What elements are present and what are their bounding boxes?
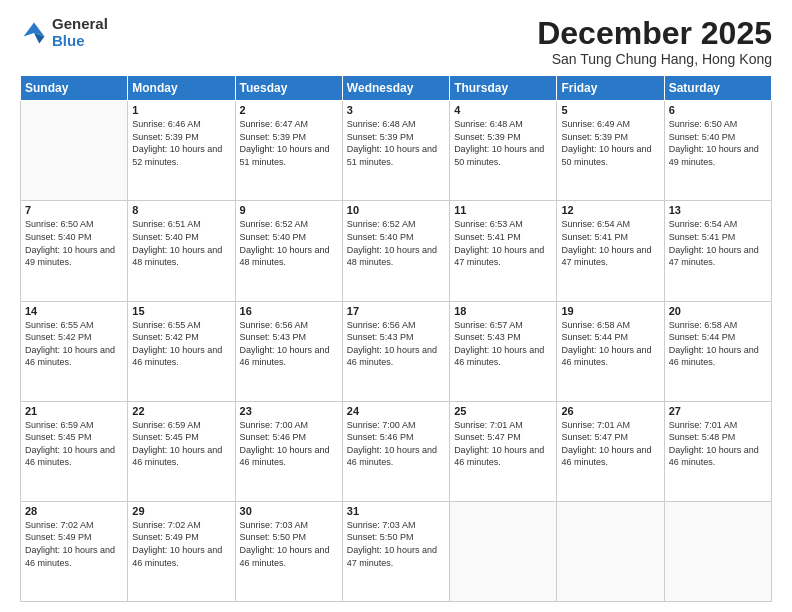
calendar-body: 1Sunrise: 6:46 AMSunset: 5:39 PMDaylight…	[21, 101, 772, 602]
day-number: 10	[347, 204, 445, 216]
calendar-cell: 15Sunrise: 6:55 AMSunset: 5:42 PMDayligh…	[128, 301, 235, 401]
day-number: 14	[25, 305, 123, 317]
calendar-cell: 3Sunrise: 6:48 AMSunset: 5:39 PMDaylight…	[342, 101, 449, 201]
calendar-cell: 13Sunrise: 6:54 AMSunset: 5:41 PMDayligh…	[664, 201, 771, 301]
day-number: 1	[132, 104, 230, 116]
day-number: 23	[240, 405, 338, 417]
cell-info: Sunrise: 6:57 AMSunset: 5:43 PMDaylight:…	[454, 319, 552, 369]
calendar-cell: 25Sunrise: 7:01 AMSunset: 5:47 PMDayligh…	[450, 401, 557, 501]
day-number: 15	[132, 305, 230, 317]
weekday-header-monday: Monday	[128, 76, 235, 101]
day-number: 2	[240, 104, 338, 116]
calendar-cell: 5Sunrise: 6:49 AMSunset: 5:39 PMDaylight…	[557, 101, 664, 201]
calendar-cell	[450, 501, 557, 601]
calendar-cell: 21Sunrise: 6:59 AMSunset: 5:45 PMDayligh…	[21, 401, 128, 501]
day-number: 30	[240, 505, 338, 517]
calendar-cell: 11Sunrise: 6:53 AMSunset: 5:41 PMDayligh…	[450, 201, 557, 301]
cell-info: Sunrise: 7:03 AMSunset: 5:50 PMDaylight:…	[240, 519, 338, 569]
calendar-cell: 23Sunrise: 7:00 AMSunset: 5:46 PMDayligh…	[235, 401, 342, 501]
title-block: December 2025 San Tung Chung Hang, Hong …	[537, 16, 772, 67]
day-number: 7	[25, 204, 123, 216]
cell-info: Sunrise: 6:55 AMSunset: 5:42 PMDaylight:…	[25, 319, 123, 369]
calendar-cell: 4Sunrise: 6:48 AMSunset: 5:39 PMDaylight…	[450, 101, 557, 201]
day-number: 25	[454, 405, 552, 417]
calendar-cell: 12Sunrise: 6:54 AMSunset: 5:41 PMDayligh…	[557, 201, 664, 301]
cell-info: Sunrise: 6:48 AMSunset: 5:39 PMDaylight:…	[454, 118, 552, 168]
calendar-cell: 26Sunrise: 7:01 AMSunset: 5:47 PMDayligh…	[557, 401, 664, 501]
cell-info: Sunrise: 6:54 AMSunset: 5:41 PMDaylight:…	[561, 218, 659, 268]
day-number: 27	[669, 405, 767, 417]
cell-info: Sunrise: 6:53 AMSunset: 5:41 PMDaylight:…	[454, 218, 552, 268]
cell-info: Sunrise: 7:02 AMSunset: 5:49 PMDaylight:…	[132, 519, 230, 569]
calendar-week-row: 21Sunrise: 6:59 AMSunset: 5:45 PMDayligh…	[21, 401, 772, 501]
calendar-cell: 29Sunrise: 7:02 AMSunset: 5:49 PMDayligh…	[128, 501, 235, 601]
day-number: 19	[561, 305, 659, 317]
day-number: 26	[561, 405, 659, 417]
calendar-week-row: 7Sunrise: 6:50 AMSunset: 5:40 PMDaylight…	[21, 201, 772, 301]
calendar-cell: 2Sunrise: 6:47 AMSunset: 5:39 PMDaylight…	[235, 101, 342, 201]
day-number: 11	[454, 204, 552, 216]
cell-info: Sunrise: 6:50 AMSunset: 5:40 PMDaylight:…	[669, 118, 767, 168]
calendar-cell: 6Sunrise: 6:50 AMSunset: 5:40 PMDaylight…	[664, 101, 771, 201]
calendar-cell: 20Sunrise: 6:58 AMSunset: 5:44 PMDayligh…	[664, 301, 771, 401]
cell-info: Sunrise: 6:59 AMSunset: 5:45 PMDaylight:…	[132, 419, 230, 469]
day-number: 16	[240, 305, 338, 317]
weekday-header-friday: Friday	[557, 76, 664, 101]
cell-info: Sunrise: 6:55 AMSunset: 5:42 PMDaylight:…	[132, 319, 230, 369]
cell-info: Sunrise: 6:58 AMSunset: 5:44 PMDaylight:…	[669, 319, 767, 369]
calendar-cell: 18Sunrise: 6:57 AMSunset: 5:43 PMDayligh…	[450, 301, 557, 401]
cell-info: Sunrise: 6:51 AMSunset: 5:40 PMDaylight:…	[132, 218, 230, 268]
calendar-cell: 28Sunrise: 7:02 AMSunset: 5:49 PMDayligh…	[21, 501, 128, 601]
calendar-cell: 10Sunrise: 6:52 AMSunset: 5:40 PMDayligh…	[342, 201, 449, 301]
weekday-header-thursday: Thursday	[450, 76, 557, 101]
day-number: 5	[561, 104, 659, 116]
cell-info: Sunrise: 6:56 AMSunset: 5:43 PMDaylight:…	[240, 319, 338, 369]
cell-info: Sunrise: 6:56 AMSunset: 5:43 PMDaylight:…	[347, 319, 445, 369]
cell-info: Sunrise: 6:49 AMSunset: 5:39 PMDaylight:…	[561, 118, 659, 168]
day-number: 6	[669, 104, 767, 116]
day-number: 22	[132, 405, 230, 417]
calendar-cell: 7Sunrise: 6:50 AMSunset: 5:40 PMDaylight…	[21, 201, 128, 301]
logo-icon	[20, 19, 48, 47]
cell-info: Sunrise: 7:00 AMSunset: 5:46 PMDaylight:…	[240, 419, 338, 469]
logo-text: General Blue	[52, 16, 108, 49]
day-number: 4	[454, 104, 552, 116]
calendar-cell: 19Sunrise: 6:58 AMSunset: 5:44 PMDayligh…	[557, 301, 664, 401]
weekday-header-sunday: Sunday	[21, 76, 128, 101]
header: General Blue December 2025 San Tung Chun…	[20, 16, 772, 67]
day-number: 3	[347, 104, 445, 116]
cell-info: Sunrise: 7:01 AMSunset: 5:47 PMDaylight:…	[454, 419, 552, 469]
day-number: 28	[25, 505, 123, 517]
calendar-cell: 22Sunrise: 6:59 AMSunset: 5:45 PMDayligh…	[128, 401, 235, 501]
cell-info: Sunrise: 6:52 AMSunset: 5:40 PMDaylight:…	[240, 218, 338, 268]
cell-info: Sunrise: 6:54 AMSunset: 5:41 PMDaylight:…	[669, 218, 767, 268]
page: General Blue December 2025 San Tung Chun…	[0, 0, 792, 612]
day-number: 24	[347, 405, 445, 417]
calendar-week-row: 28Sunrise: 7:02 AMSunset: 5:49 PMDayligh…	[21, 501, 772, 601]
logo: General Blue	[20, 16, 108, 49]
cell-info: Sunrise: 7:01 AMSunset: 5:47 PMDaylight:…	[561, 419, 659, 469]
day-number: 31	[347, 505, 445, 517]
day-number: 21	[25, 405, 123, 417]
calendar-cell: 17Sunrise: 6:56 AMSunset: 5:43 PMDayligh…	[342, 301, 449, 401]
calendar-cell	[21, 101, 128, 201]
calendar-cell: 27Sunrise: 7:01 AMSunset: 5:48 PMDayligh…	[664, 401, 771, 501]
day-number: 29	[132, 505, 230, 517]
day-number: 8	[132, 204, 230, 216]
day-number: 17	[347, 305, 445, 317]
cell-info: Sunrise: 6:59 AMSunset: 5:45 PMDaylight:…	[25, 419, 123, 469]
calendar-cell	[664, 501, 771, 601]
calendar-cell: 14Sunrise: 6:55 AMSunset: 5:42 PMDayligh…	[21, 301, 128, 401]
weekday-header-tuesday: Tuesday	[235, 76, 342, 101]
location-subtitle: San Tung Chung Hang, Hong Kong	[537, 51, 772, 67]
logo-general-text: General	[52, 16, 108, 33]
cell-info: Sunrise: 6:46 AMSunset: 5:39 PMDaylight:…	[132, 118, 230, 168]
weekday-header-saturday: Saturday	[664, 76, 771, 101]
cell-info: Sunrise: 7:03 AMSunset: 5:50 PMDaylight:…	[347, 519, 445, 569]
cell-info: Sunrise: 7:02 AMSunset: 5:49 PMDaylight:…	[25, 519, 123, 569]
calendar-cell: 31Sunrise: 7:03 AMSunset: 5:50 PMDayligh…	[342, 501, 449, 601]
calendar-cell: 16Sunrise: 6:56 AMSunset: 5:43 PMDayligh…	[235, 301, 342, 401]
day-number: 20	[669, 305, 767, 317]
calendar-week-row: 1Sunrise: 6:46 AMSunset: 5:39 PMDaylight…	[21, 101, 772, 201]
day-number: 13	[669, 204, 767, 216]
